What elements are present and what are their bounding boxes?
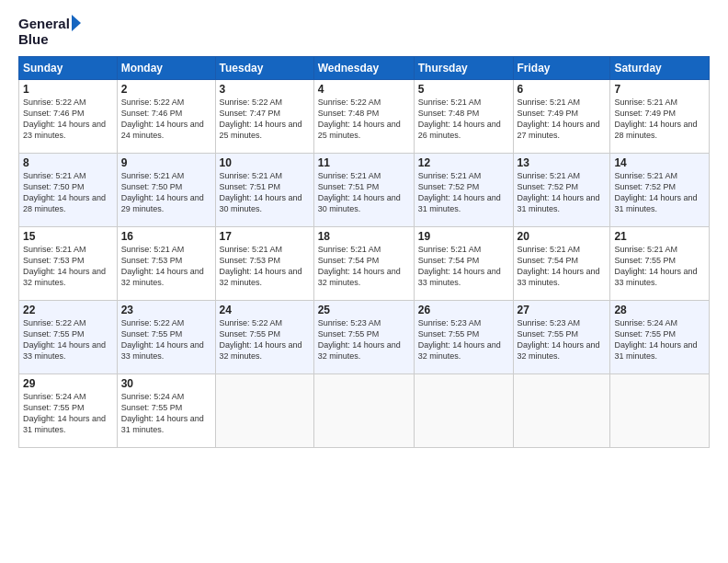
calendar-col-header: Saturday (610, 57, 710, 80)
day-info: Sunrise: 5:24 AMSunset: 7:55 PMDaylight:… (121, 391, 211, 436)
calendar-cell: 16Sunrise: 5:21 AMSunset: 7:53 PMDayligh… (117, 227, 215, 301)
day-number: 23 (121, 304, 211, 316)
day-number: 12 (418, 156, 509, 169)
calendar-cell: 30Sunrise: 5:24 AMSunset: 7:55 PMDayligh… (117, 374, 215, 448)
calendar-cell: 9Sunrise: 5:21 AMSunset: 7:50 PMDaylight… (117, 154, 215, 227)
calendar-cell: 1Sunrise: 5:22 AMSunset: 7:46 PMDaylight… (19, 80, 118, 154)
day-number: 7 (614, 83, 705, 96)
calendar-cell (215, 374, 313, 448)
day-info: Sunrise: 5:22 AMSunset: 7:55 PMDaylight:… (220, 317, 310, 362)
day-info: Sunrise: 5:21 AMSunset: 7:49 PMDaylight:… (614, 97, 705, 142)
calendar-col-header: Wednesday (313, 57, 414, 80)
calendar-cell: 14Sunrise: 5:21 AMSunset: 7:52 PMDayligh… (610, 154, 710, 227)
calendar-cell (610, 374, 710, 448)
day-number: 26 (418, 304, 509, 316)
calendar-cell: 29Sunrise: 5:24 AMSunset: 7:55 PMDayligh… (19, 374, 118, 448)
day-info: Sunrise: 5:21 AMSunset: 7:50 PMDaylight:… (121, 170, 211, 215)
day-number: 8 (23, 156, 113, 169)
day-info: Sunrise: 5:21 AMSunset: 7:54 PMDaylight:… (418, 244, 509, 289)
day-info: Sunrise: 5:21 AMSunset: 7:52 PMDaylight:… (518, 170, 607, 215)
day-number: 1 (23, 83, 113, 96)
calendar-cell: 25Sunrise: 5:23 AMSunset: 7:55 PMDayligh… (313, 301, 414, 374)
calendar-cell: 22Sunrise: 5:22 AMSunset: 7:55 PMDayligh… (19, 301, 118, 374)
logo-triangle-icon (72, 15, 81, 31)
calendar-cell: 21Sunrise: 5:21 AMSunset: 7:55 PMDayligh… (610, 227, 710, 301)
day-number: 28 (614, 304, 705, 316)
calendar-week-row: 15Sunrise: 5:21 AMSunset: 7:53 PMDayligh… (19, 227, 710, 301)
calendar-cell: 23Sunrise: 5:22 AMSunset: 7:55 PMDayligh… (117, 301, 215, 374)
day-number: 5 (418, 83, 509, 96)
calendar-col-header: Thursday (414, 57, 513, 80)
calendar-week-row: 29Sunrise: 5:24 AMSunset: 7:55 PMDayligh… (19, 374, 710, 448)
day-info: Sunrise: 5:21 AMSunset: 7:52 PMDaylight:… (418, 170, 509, 215)
calendar-col-header: Tuesday (215, 57, 313, 80)
day-info: Sunrise: 5:21 AMSunset: 7:48 PMDaylight:… (418, 97, 509, 142)
day-number: 15 (23, 230, 113, 243)
day-info: Sunrise: 5:21 AMSunset: 7:55 PMDaylight:… (614, 244, 705, 289)
day-number: 13 (518, 156, 607, 169)
calendar-week-row: 22Sunrise: 5:22 AMSunset: 7:55 PMDayligh… (19, 301, 710, 374)
day-info: Sunrise: 5:21 AMSunset: 7:53 PMDaylight:… (23, 244, 113, 289)
day-number: 19 (418, 230, 509, 243)
calendar-cell: 15Sunrise: 5:21 AMSunset: 7:53 PMDayligh… (19, 227, 118, 301)
day-info: Sunrise: 5:23 AMSunset: 7:55 PMDaylight:… (518, 317, 607, 362)
day-info: Sunrise: 5:22 AMSunset: 7:55 PMDaylight:… (23, 317, 113, 362)
calendar-cell: 10Sunrise: 5:21 AMSunset: 7:51 PMDayligh… (215, 154, 313, 227)
calendar-cell: 18Sunrise: 5:21 AMSunset: 7:54 PMDayligh… (313, 227, 414, 301)
day-info: Sunrise: 5:21 AMSunset: 7:53 PMDaylight:… (220, 244, 310, 289)
day-info: Sunrise: 5:24 AMSunset: 7:55 PMDaylight:… (614, 317, 705, 362)
day-info: Sunrise: 5:21 AMSunset: 7:54 PMDaylight:… (518, 244, 607, 289)
page-header: General Blue (18, 17, 710, 47)
calendar-cell: 7Sunrise: 5:21 AMSunset: 7:49 PMDaylight… (610, 80, 710, 154)
day-info: Sunrise: 5:22 AMSunset: 7:47 PMDaylight:… (220, 97, 310, 142)
calendar-table: SundayMondayTuesdayWednesdayThursdayFrid… (18, 56, 710, 448)
day-number: 11 (318, 156, 410, 169)
calendar-cell: 13Sunrise: 5:21 AMSunset: 7:52 PMDayligh… (513, 154, 610, 227)
day-number: 29 (23, 377, 113, 390)
day-number: 14 (614, 156, 705, 169)
calendar-header-row: SundayMondayTuesdayWednesdayThursdayFrid… (19, 57, 710, 80)
calendar-cell: 19Sunrise: 5:21 AMSunset: 7:54 PMDayligh… (414, 227, 513, 301)
calendar-cell (414, 374, 513, 448)
calendar-cell (313, 374, 414, 448)
day-info: Sunrise: 5:24 AMSunset: 7:55 PMDaylight:… (23, 391, 113, 436)
day-info: Sunrise: 5:21 AMSunset: 7:49 PMDaylight:… (518, 97, 607, 142)
day-number: 27 (518, 304, 607, 316)
day-info: Sunrise: 5:21 AMSunset: 7:51 PMDaylight:… (318, 170, 410, 215)
calendar-col-header: Sunday (19, 57, 118, 80)
day-number: 2 (121, 83, 211, 96)
calendar-cell: 12Sunrise: 5:21 AMSunset: 7:52 PMDayligh… (414, 154, 513, 227)
calendar-cell: 6Sunrise: 5:21 AMSunset: 7:49 PMDaylight… (513, 80, 610, 154)
calendar-col-header: Monday (117, 57, 215, 80)
logo-text-general: General (18, 17, 70, 32)
logo-text-blue: Blue (18, 32, 49, 48)
day-number: 9 (121, 156, 211, 169)
logo: General Blue (18, 17, 81, 47)
day-info: Sunrise: 5:23 AMSunset: 7:55 PMDaylight:… (418, 317, 509, 362)
calendar-body: 1Sunrise: 5:22 AMSunset: 7:46 PMDaylight… (19, 80, 710, 448)
day-info: Sunrise: 5:22 AMSunset: 7:46 PMDaylight:… (121, 97, 211, 142)
calendar-cell: 26Sunrise: 5:23 AMSunset: 7:55 PMDayligh… (414, 301, 513, 374)
day-number: 18 (318, 230, 410, 243)
day-number: 6 (518, 83, 607, 96)
calendar-col-header: Friday (513, 57, 610, 80)
day-number: 30 (121, 377, 211, 390)
day-info: Sunrise: 5:23 AMSunset: 7:55 PMDaylight:… (318, 317, 410, 362)
calendar-cell: 4Sunrise: 5:22 AMSunset: 7:48 PMDaylight… (313, 80, 414, 154)
day-info: Sunrise: 5:21 AMSunset: 7:51 PMDaylight:… (220, 170, 310, 215)
day-info: Sunrise: 5:22 AMSunset: 7:46 PMDaylight:… (23, 97, 113, 142)
calendar-cell: 3Sunrise: 5:22 AMSunset: 7:47 PMDaylight… (215, 80, 313, 154)
day-number: 4 (318, 83, 410, 96)
calendar-cell: 8Sunrise: 5:21 AMSunset: 7:50 PMDaylight… (19, 154, 118, 227)
calendar-cell: 2Sunrise: 5:22 AMSunset: 7:46 PMDaylight… (117, 80, 215, 154)
day-number: 21 (614, 230, 705, 243)
calendar-cell: 27Sunrise: 5:23 AMSunset: 7:55 PMDayligh… (513, 301, 610, 374)
day-number: 20 (518, 230, 607, 243)
calendar-cell: 17Sunrise: 5:21 AMSunset: 7:53 PMDayligh… (215, 227, 313, 301)
day-number: 16 (121, 230, 211, 243)
calendar-week-row: 1Sunrise: 5:22 AMSunset: 7:46 PMDaylight… (19, 80, 710, 154)
day-info: Sunrise: 5:22 AMSunset: 7:55 PMDaylight:… (121, 317, 211, 362)
day-number: 17 (220, 230, 310, 243)
day-number: 25 (318, 304, 410, 316)
day-number: 24 (220, 304, 310, 316)
